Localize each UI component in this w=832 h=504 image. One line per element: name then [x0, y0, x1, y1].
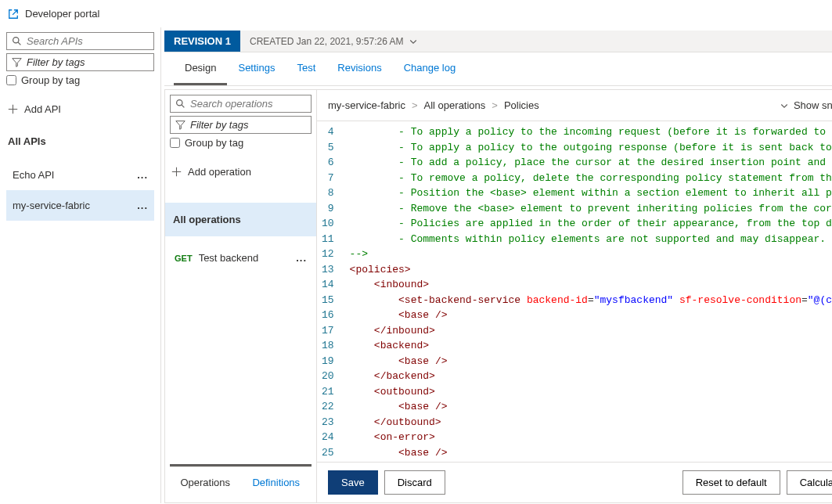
ops-filter-tags-box[interactable]: Filter by tags	[170, 116, 312, 134]
more-icon[interactable]: ...	[296, 252, 307, 264]
operation-name: Test backend	[199, 252, 259, 264]
plus-icon	[171, 167, 182, 177]
search-apis-box[interactable]	[6, 32, 154, 50]
mid-tab-definitions[interactable]: Definitions	[241, 466, 312, 498]
all-apis-heading: All APIs	[6, 132, 154, 150]
tab-test[interactable]: Test	[286, 52, 326, 85]
api-list-panel: Filter by tags Group by tag Add API All …	[0, 27, 160, 503]
ops-group-by-tag-checkbox[interactable]	[170, 138, 180, 148]
breadcrumb-segment: Policies	[504, 99, 539, 111]
api-item[interactable]: my-service-fabric...	[6, 190, 154, 221]
filter-tags-box[interactable]: Filter by tags	[6, 53, 154, 71]
ops-group-by-tag-label: Group by tag	[185, 137, 243, 149]
search-operations-box[interactable]	[170, 95, 312, 113]
mid-tab-operations[interactable]: Operations	[170, 466, 241, 498]
http-method-badge: GET	[175, 254, 193, 263]
api-detail-panel: REVISION 1 CREATED Jan 22, 2021, 9:57:26…	[160, 27, 832, 503]
revision-bar: REVISION 1 CREATED Jan 22, 2021, 9:57:26…	[164, 31, 832, 52]
api-item[interactable]: Echo API...	[6, 160, 154, 190]
discard-button[interactable]: Discard	[384, 470, 445, 495]
calculate-policy-button[interactable]: Calculate effective policy	[787, 470, 832, 495]
developer-portal-label: Developer portal	[25, 8, 99, 20]
save-button[interactable]: Save	[328, 470, 378, 495]
breadcrumb-separator: >	[492, 99, 498, 111]
search-apis-input[interactable]	[27, 35, 159, 47]
filter-icon	[175, 120, 185, 130]
chevron-down-icon	[409, 37, 418, 46]
operations-definition-tabs: OperationsDefinitions	[170, 464, 312, 498]
breadcrumb-separator: >	[412, 99, 418, 111]
search-operations-input[interactable]	[190, 98, 322, 110]
developer-portal-link[interactable]: Developer portal	[0, 0, 832, 27]
operation-item[interactable]: GETTest backend...	[170, 244, 312, 272]
search-icon	[175, 99, 185, 109]
tab-design[interactable]: Design	[174, 52, 227, 85]
add-api-link[interactable]: Add API	[6, 100, 154, 118]
ops-filter-tags-label: Filter by tags	[190, 119, 248, 131]
chevron-down-icon	[780, 101, 789, 110]
tab-change-log[interactable]: Change log	[393, 52, 467, 85]
tab-settings[interactable]: Settings	[227, 52, 286, 85]
svg-point-1	[177, 100, 182, 106]
code-editor[interactable]: 4567891011121314151617181920212223242526…	[317, 121, 832, 462]
more-icon[interactable]: ...	[137, 200, 148, 211]
revision-badge[interactable]: REVISION 1	[164, 31, 240, 52]
breadcrumb-segment[interactable]: All operations	[424, 99, 486, 111]
api-tabs: DesignSettingsTestRevisionsChange log	[164, 52, 832, 86]
filter-tags-label: Filter by tags	[27, 56, 85, 68]
group-by-tag-row[interactable]: Group by tag	[6, 74, 154, 86]
show-snippets-label: Show snippets	[794, 99, 832, 111]
operations-panel: Filter by tags Group by tag Add operatio…	[164, 89, 317, 503]
reset-default-button[interactable]: Reset to default	[683, 470, 780, 495]
line-gutter: 4567891011121314151617181920212223242526…	[317, 121, 344, 462]
ops-group-by-tag-row[interactable]: Group by tag	[170, 137, 312, 149]
all-operations-item[interactable]: All operations	[165, 203, 316, 236]
more-icon[interactable]: ...	[137, 169, 148, 181]
add-operation-label: Add operation	[188, 166, 251, 178]
search-icon	[12, 36, 22, 46]
breadcrumb-segment[interactable]: my-service-fabric	[328, 99, 405, 111]
group-by-tag-label: Group by tag	[21, 74, 80, 86]
revision-created-label: CREATED Jan 22, 2021, 9:57:26 AM	[250, 36, 404, 47]
external-link-icon	[8, 9, 19, 20]
show-snippets-button[interactable]: Show snippets	[780, 99, 832, 111]
plus-icon	[8, 104, 18, 114]
api-item-label: Echo API	[13, 169, 54, 181]
group-by-tag-checkbox[interactable]	[6, 75, 16, 85]
breadcrumb: my-service-fabric>All operations>Policie…	[328, 99, 539, 111]
filter-icon	[12, 57, 22, 67]
add-api-label: Add API	[24, 103, 61, 115]
add-operation-link[interactable]: Add operation	[170, 163, 312, 181]
revision-created[interactable]: CREATED Jan 22, 2021, 9:57:26 AM	[240, 31, 427, 52]
tab-revisions[interactable]: Revisions	[326, 52, 392, 85]
svg-point-0	[13, 38, 19, 43]
policy-editor-panel: my-service-fabric>All operations>Policie…	[317, 89, 832, 503]
api-item-label: my-service-fabric	[13, 200, 90, 211]
code-content[interactable]: - To apply a policy to the incoming requ…	[344, 121, 832, 462]
